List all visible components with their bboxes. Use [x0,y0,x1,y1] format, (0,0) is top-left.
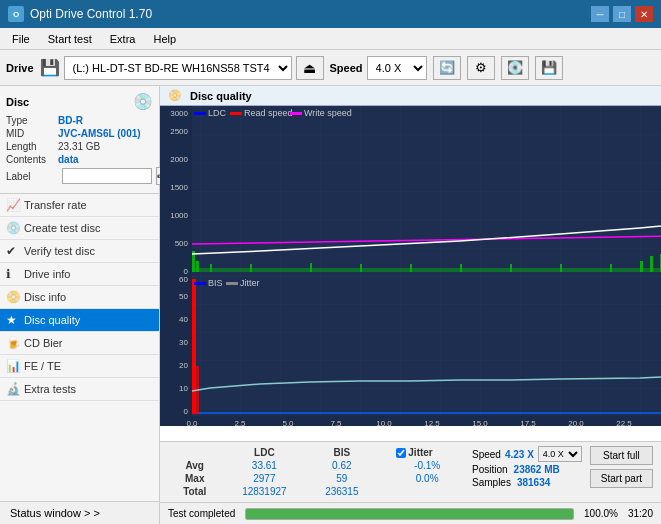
svg-text:0.0: 0.0 [186,419,198,426]
svg-text:22.5: 22.5 [616,419,632,426]
stats-total-label: Total [168,485,221,498]
speed-select[interactable]: 4.0 X [538,446,582,462]
speed-dropdown[interactable]: 4.0 X [367,56,427,80]
drive-dropdown[interactable]: (L:) HL-DT-ST BD-RE WH16NS58 TST4 [64,56,292,80]
sidebar-item-fe-te[interactable]: 📊 FE / TE [0,355,159,378]
menu-bar: File Start test Extra Help [0,28,661,50]
sidebar-item-drive-info[interactable]: ℹ Drive info [0,263,159,286]
transfer-rate-icon: 📈 [6,198,21,212]
nav-label-transfer-rate: Transfer rate [24,199,87,211]
speed-section: Speed 4.0 X [330,56,427,80]
label-input[interactable] [62,168,152,184]
jitter-checkbox[interactable] [396,448,406,458]
svg-text:Write speed: Write speed [304,108,352,118]
svg-text:1000: 1000 [170,211,188,220]
sidebar: Disc 💿 Type BD-R MID JVC-AMS6L (001) Len… [0,86,160,524]
sidebar-item-disc-info[interactable]: 📀 Disc info [0,286,159,309]
svg-rect-47 [230,112,242,115]
drive-icon: 💾 [40,58,60,77]
mid-value: JVC-AMS6L (001) [58,128,141,139]
main-area: Disc 💿 Type BD-R MID JVC-AMS6L (001) Len… [0,86,661,524]
svg-rect-40 [560,264,562,272]
nav-label-fe-te: FE / TE [24,360,61,372]
app-title: Opti Drive Control 1.70 [30,7,152,21]
svg-text:3000: 3000 [170,109,188,118]
menu-file[interactable]: File [4,31,38,47]
status-window-button[interactable]: Status window > > [0,502,159,524]
start-part-button[interactable]: Start part [590,469,653,488]
drive-select: 💾 (L:) HL-DT-ST BD-RE WH16NS58 TST4 ⏏ [40,56,324,80]
chart-header-icon: 📀 [168,89,182,102]
mid-label: MID [6,128,58,139]
bottom-status-bar: Test completed 100.0% 31:20 [160,502,661,524]
menu-help[interactable]: Help [145,31,184,47]
position-label: Position [472,464,508,475]
stats-avg-jitter: -0.1% [390,459,464,472]
svg-text:15.0: 15.0 [472,419,488,426]
stats-col-bis: BIS [307,446,376,459]
svg-text:2.5: 2.5 [234,419,246,426]
nav-label-extra-tests: Extra tests [24,383,76,395]
disc-type-row: Type BD-R [6,115,153,126]
sidebar-item-cd-bier[interactable]: 🍺 CD Bier [0,332,159,355]
sidebar-item-extra-tests[interactable]: 🔬 Extra tests [0,378,159,401]
svg-text:BIS: BIS [208,278,223,288]
svg-rect-38 [460,264,462,272]
svg-rect-30 [192,268,661,272]
position-row: Position 23862 MB [472,464,560,475]
top-chart: 0 500 1000 1500 2000 2500 3000 18X 16X 1… [160,106,661,276]
sidebar-item-disc-quality[interactable]: ★ Disc quality [0,309,159,332]
refresh-button[interactable]: 🔄 [433,56,461,80]
svg-text:5.0: 5.0 [282,419,294,426]
fe-te-icon: 📊 [6,359,21,373]
title-bar-controls[interactable]: ─ □ ✕ [591,6,653,22]
sidebar-item-transfer-rate[interactable]: 📈 Transfer rate [0,194,159,217]
svg-rect-34 [250,264,252,272]
svg-rect-45 [194,112,206,115]
disc-length-row: Length 23.31 GB [6,141,153,152]
sidebar-item-create-test-disc[interactable]: 💿 Create test disc [0,217,159,240]
length-value: 23.31 GB [58,141,100,152]
svg-text:0: 0 [184,407,189,416]
status-window-label: Status window > > [10,507,100,519]
svg-text:1500: 1500 [170,183,188,192]
svg-text:500: 500 [175,239,189,248]
menu-start-test[interactable]: Start test [40,31,100,47]
svg-rect-82 [226,282,238,285]
svg-text:50: 50 [179,292,188,301]
nav-label-disc-info: Disc info [24,291,66,303]
type-value: BD-R [58,115,83,126]
speed-label: Speed [330,62,363,74]
contents-value: data [58,154,79,165]
svg-rect-32 [196,261,199,272]
svg-rect-39 [510,264,512,272]
title-bar-left: O Opti Drive Control 1.70 [8,6,152,22]
disc-title: Disc [6,96,29,108]
svg-text:20.0: 20.0 [568,419,584,426]
start-full-button[interactable]: Start full [590,446,653,465]
svg-text:2500: 2500 [170,127,188,136]
eject-button[interactable]: ⏏ [296,56,324,80]
stats-max-bis: 59 [307,472,376,485]
label-label: Label [6,171,58,182]
progress-time: 31:20 [628,508,653,519]
media-button[interactable]: 💽 [501,56,529,80]
close-button[interactable]: ✕ [635,6,653,22]
speed-info: Speed 4.23 X 4.0 X Position 23862 MB Sam… [472,446,582,488]
speed-display-row: Speed 4.23 X 4.0 X [472,446,582,462]
extra-tests-icon: 🔬 [6,382,21,396]
action-buttons: Start full Start part [590,446,653,488]
stats-total-jitter [390,485,464,498]
stats-max-ldc: 2977 [221,472,307,485]
sidebar-item-verify-test-disc[interactable]: ✔ Verify test disc [0,240,159,263]
maximize-button[interactable]: □ [613,6,631,22]
svg-rect-41 [610,264,612,272]
svg-text:60: 60 [179,276,188,284]
settings-button[interactable]: ⚙ [467,56,495,80]
minimize-button[interactable]: ─ [591,6,609,22]
menu-extra[interactable]: Extra [102,31,144,47]
stats-total-ldc: 12831927 [221,485,307,498]
nav-list: 📈 Transfer rate 💿 Create test disc ✔ Ver… [0,194,159,401]
nav-label-verify-test-disc: Verify test disc [24,245,95,257]
save-button[interactable]: 💾 [535,56,563,80]
